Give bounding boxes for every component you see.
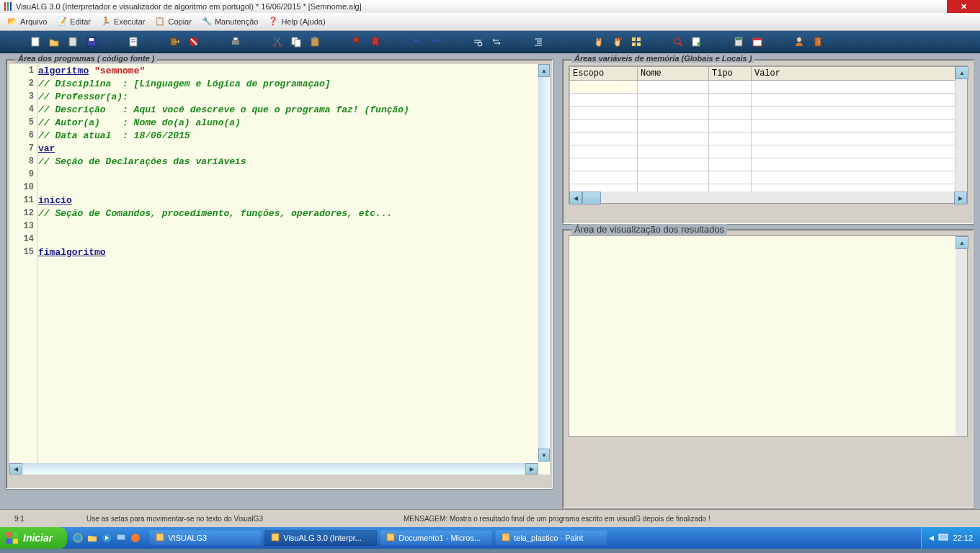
menu-copiar[interactable]: 📋Copiar: [151, 15, 195, 28]
editor-hscroll[interactable]: ◀▶: [9, 463, 538, 475]
copy-icon: 📋: [155, 17, 165, 27]
taskbar-item-label: VisuALG 3.0 (Interpr...: [283, 534, 362, 542]
editor-vscroll[interactable]: ▲▼: [538, 64, 550, 462]
menu-editar[interactable]: 📝Editar: [53, 15, 95, 28]
tray-chevron-icon[interactable]: ◀: [929, 534, 934, 541]
editor-content[interactable]: algoritmo "semnome"// Disciplina : [Ling…: [38, 64, 538, 475]
var-hscroll[interactable]: ◀▶: [569, 192, 967, 203]
scroll-up-icon[interactable]: ▲: [956, 236, 968, 249]
scroll-right-icon[interactable]: ▶: [954, 192, 967, 204]
ql-desktop-icon[interactable]: [115, 531, 128, 544]
code-editor[interactable]: 123456789101112131415 algoritmo "semnome…: [9, 64, 550, 475]
close-button[interactable]: ✕: [947, 0, 980, 13]
quick-launch: [67, 531, 146, 544]
results-vscroll[interactable]: ▲: [956, 236, 967, 436]
app-icon: [3, 1, 13, 12]
ql-media-icon[interactable]: [100, 531, 113, 544]
titlebar: VisuALG 3.0 (Interpretador e visualizado…: [0, 0, 980, 13]
taskbar-item[interactable]: tela_plastico - Paint: [495, 530, 607, 546]
tool-calendar-icon[interactable]: [751, 35, 764, 48]
var-vscroll[interactable]: ▲: [956, 66, 967, 192]
col-valor[interactable]: Valor: [752, 67, 956, 81]
ql-explorer-icon[interactable]: [86, 531, 99, 544]
tool-replace-icon[interactable]: [490, 35, 503, 48]
tool-run-icon[interactable]: [690, 35, 703, 48]
system-tray[interactable]: ◀ 22:12: [921, 527, 980, 549]
maint-icon: 🔧: [202, 17, 212, 27]
taskbar-item-icon: [155, 532, 165, 544]
svg-point-40: [819, 41, 820, 42]
svg-point-31: [674, 38, 680, 44]
scroll-up-icon[interactable]: ▲: [538, 64, 550, 77]
tool-redo-icon[interactable]: [429, 35, 442, 48]
tool-find-icon[interactable]: [471, 35, 484, 48]
table-row[interactable]: [570, 94, 956, 107]
right-panel: Áreas variáveis de memória (Globais e Lo…: [562, 59, 974, 509]
table-row[interactable]: [570, 120, 956, 132]
tool-new-icon[interactable]: [29, 35, 42, 48]
col-escopo[interactable]: Escopo: [570, 67, 638, 81]
table-row[interactable]: [570, 132, 956, 145]
svg-rect-37: [753, 38, 762, 40]
table-row[interactable]: [570, 107, 956, 120]
tool-open-icon[interactable]: [48, 35, 61, 48]
table-row[interactable]: [570, 158, 956, 171]
scroll-right-icon[interactable]: ▶: [525, 463, 538, 475]
svg-rect-49: [156, 534, 164, 541]
tool-undo-icon[interactable]: [411, 35, 424, 48]
tool-stop-icon[interactable]: [187, 35, 200, 48]
col-nome[interactable]: Nome: [638, 67, 709, 81]
tool-indent-icon[interactable]: [532, 35, 545, 48]
scroll-up-icon[interactable]: ▲: [956, 66, 968, 79]
tray-monitor-icon[interactable]: [938, 533, 948, 543]
left-panel: Área dos programas ( código fonte ) 1234…: [6, 59, 553, 509]
menu-manutencao[interactable]: 🔧Manutenção: [197, 15, 263, 28]
svg-rect-27: [632, 37, 636, 41]
tool-calc-icon[interactable]: [732, 35, 745, 48]
tool-hand2-icon[interactable]: [611, 35, 624, 48]
tool-reload-icon[interactable]: [66, 35, 79, 48]
tool-copy-icon[interactable]: [290, 35, 303, 48]
taskbar-item[interactable]: Documento1 - Micros...: [380, 530, 492, 546]
taskbar: Iniciar VISUALG3VisuALG 3.0 (Interpr...D…: [0, 527, 980, 549]
tool-zoom-icon[interactable]: [672, 35, 685, 48]
table-row[interactable]: [570, 145, 956, 158]
col-tipo[interactable]: Tipo: [709, 67, 752, 81]
scroll-down-icon[interactable]: ▼: [538, 449, 550, 462]
tool-exit-icon[interactable]: [169, 35, 182, 48]
taskbar-item[interactable]: VISUALG3: [149, 530, 262, 546]
tool-print-icon[interactable]: [229, 35, 242, 48]
tool-doc-icon[interactable]: [127, 35, 140, 48]
tool-bookmark-icon[interactable]: [369, 35, 382, 48]
tool-hand-icon[interactable]: [592, 35, 605, 48]
variables-panel: Áreas variáveis de memória (Globais e Lo…: [562, 59, 974, 225]
menu-arquivo[interactable]: 📂Arquivo: [3, 15, 51, 28]
tool-save-icon[interactable]: [85, 35, 98, 48]
table-row[interactable]: [570, 171, 956, 184]
tool-door-icon[interactable]: [811, 35, 824, 48]
variables-table[interactable]: Escopo Nome Tipo Valor ▲ ◀▶: [569, 66, 968, 204]
menu-help[interactable]: ❓Help (Ajuda): [264, 15, 329, 28]
ql-firefox-icon[interactable]: [129, 531, 142, 544]
tool-grid-icon[interactable]: [630, 35, 643, 48]
tool-user-icon[interactable]: [793, 35, 806, 48]
svg-rect-51: [387, 534, 394, 541]
start-button[interactable]: Iniciar: [0, 527, 67, 549]
status-message: MENSAGEM: Mostra o resultado final de um…: [404, 515, 710, 523]
tool-flag-icon[interactable]: [350, 35, 363, 48]
menu-executar[interactable]: 🏃Executar: [97, 15, 149, 28]
scroll-thumb[interactable]: [582, 192, 601, 204]
table-row[interactable]: [570, 81, 956, 94]
run-icon: 🏃: [101, 17, 111, 27]
scroll-left-icon[interactable]: ◀: [9, 463, 22, 475]
results-output[interactable]: ▲: [569, 235, 968, 437]
scroll-left-icon[interactable]: ◀: [569, 192, 582, 204]
svg-point-26: [619, 37, 622, 40]
ql-ie-icon[interactable]: [71, 531, 84, 544]
tool-paste-icon[interactable]: [308, 35, 321, 48]
taskbar-item[interactable]: VisuALG 3.0 (Interpr...: [264, 530, 377, 546]
window-title: VisuALG 3.0 (Interpretador e visualizado…: [16, 2, 362, 11]
svg-rect-29: [632, 42, 636, 46]
tool-cut-icon[interactable]: [271, 35, 284, 48]
status-hint: Use as setas para movimentar-se no texto…: [86, 515, 404, 523]
